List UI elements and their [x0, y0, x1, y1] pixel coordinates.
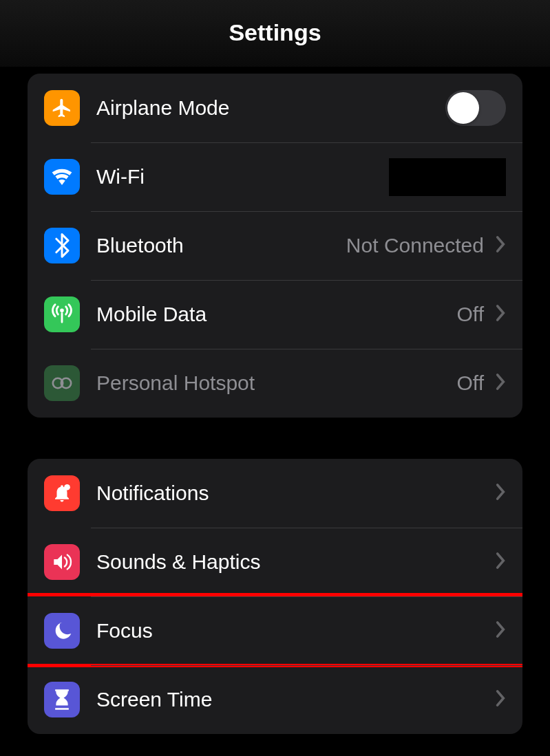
page-title: Settings — [0, 19, 550, 46]
row-sounds[interactable]: Sounds & Haptics — [28, 528, 522, 596]
row-value: Not Connected — [346, 234, 484, 257]
chevron-right-icon — [495, 235, 506, 256]
row-value: Off — [457, 303, 484, 326]
row-personal-hotspot[interactable]: Personal Hotspot Off — [28, 349, 522, 418]
bluetooth-icon — [44, 228, 80, 263]
antenna-icon — [44, 296, 80, 332]
row-label: Bluetooth — [96, 234, 346, 257]
row-label: Wi-Fi — [96, 165, 389, 188]
chevron-right-icon — [495, 552, 506, 572]
header: Settings — [0, 0, 550, 67]
row-wifi[interactable]: Wi-Fi — [28, 142, 522, 211]
content: Airplane Mode Wi-Fi Bluetooth Not Connec… — [0, 67, 550, 734]
row-label: Screen Time — [96, 688, 491, 711]
row-label: Mobile Data — [96, 303, 457, 326]
chevron-right-icon — [495, 304, 506, 325]
row-label: Sounds & Haptics — [96, 550, 491, 574]
row-value: Off — [457, 371, 484, 395]
settings-group-general: Notifications Sounds & Haptics Focus — [28, 459, 522, 734]
row-focus[interactable]: Focus — [28, 596, 522, 665]
row-screen-time[interactable]: Screen Time — [28, 665, 522, 734]
toggle-knob — [447, 92, 479, 124]
hourglass-icon — [44, 682, 80, 717]
row-label: Airplane Mode — [96, 96, 445, 120]
chevron-right-icon — [495, 689, 506, 710]
settings-group-connectivity: Airplane Mode Wi-Fi Bluetooth Not Connec… — [28, 74, 522, 418]
row-airplane-mode[interactable]: Airplane Mode — [28, 74, 522, 142]
chevron-right-icon — [495, 373, 506, 393]
airplane-icon — [44, 90, 80, 126]
row-notifications[interactable]: Notifications — [28, 459, 522, 528]
wifi-value-redacted — [389, 158, 506, 196]
chevron-right-icon — [495, 483, 506, 504]
wifi-icon — [44, 159, 80, 195]
svg-point-2 — [64, 484, 70, 490]
sounds-icon — [44, 544, 80, 580]
row-mobile-data[interactable]: Mobile Data Off — [28, 280, 522, 349]
chevron-right-icon — [495, 620, 506, 641]
moon-icon — [44, 613, 80, 649]
row-label: Focus — [96, 619, 491, 642]
row-bluetooth[interactable]: Bluetooth Not Connected — [28, 211, 522, 280]
airplane-toggle[interactable] — [445, 90, 506, 126]
notifications-icon — [44, 475, 80, 511]
hotspot-icon — [44, 365, 80, 401]
row-label: Notifications — [96, 482, 491, 505]
row-label: Personal Hotspot — [96, 371, 457, 395]
